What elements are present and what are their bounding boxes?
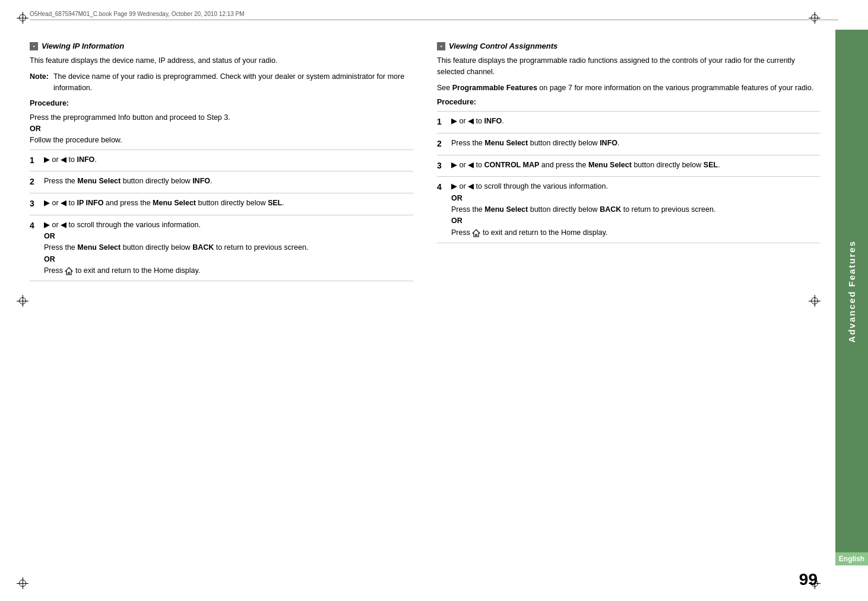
right-step-4: 4 ▶ or ◀ to scroll through the various i… [437, 176, 821, 243]
sidebar-label: Advanced Features [835, 30, 868, 554]
right-step-3: 3 ▶ or ◀ to CONTROL MAP and press the Me… [437, 155, 821, 177]
left-intro: This feature displays the device name, I… [30, 55, 413, 66]
right-section-title: ▪ Viewing Control Assignments [437, 42, 821, 50]
right-step-2: 2 Press the Menu Select button directly … [437, 133, 821, 155]
page-number: 99 [799, 570, 818, 589]
left-section-title: ▪ Viewing IP Information [30, 42, 413, 50]
reg-mark-ml [17, 295, 28, 307]
svg-marker-0 [65, 268, 72, 275]
reg-mark-tl [17, 12, 28, 24]
left-step-3: 3 ▶ or ◀ to IP INFO and press the Menu S… [30, 193, 413, 215]
right-procedure-label: Procedure: [437, 98, 821, 106]
note-block: Note: The device name of your radio is p… [30, 71, 413, 94]
left-step-4: 4 ▶ or ◀ to scroll through the various i… [30, 215, 413, 282]
home-icon [65, 267, 73, 275]
right-section-icon: ▪ [437, 42, 445, 50]
right-step-1: 1 ▶ or ◀ to INFO. [437, 111, 821, 133]
svg-marker-1 [473, 230, 480, 237]
home-icon-right [472, 229, 480, 237]
top-bar: O5Head_6875947M01_C.book Page 99 Wednesd… [30, 11, 838, 20]
right-see-text: See Programmable Features on page 7 for … [437, 82, 821, 94]
left-step-2: 2 Press the Menu Select button directly … [30, 171, 413, 193]
right-intro: This feature displays the programmable r… [437, 55, 821, 78]
right-column: ▪ Viewing Control Assignments This featu… [437, 30, 821, 565]
main-content: ▪ Viewing IP Information This feature di… [30, 30, 821, 565]
left-step-1: 1 ▶ or ◀ to INFO. [30, 150, 413, 171]
left-column: ▪ Viewing IP Information This feature di… [30, 30, 413, 565]
reg-mark-bl [17, 577, 28, 589]
left-procedure-label: Procedure: [30, 99, 413, 107]
english-label: English [835, 552, 868, 565]
left-section-icon: ▪ [30, 42, 38, 50]
preprog-text: Press the preprogrammed Info button and … [30, 112, 413, 145]
